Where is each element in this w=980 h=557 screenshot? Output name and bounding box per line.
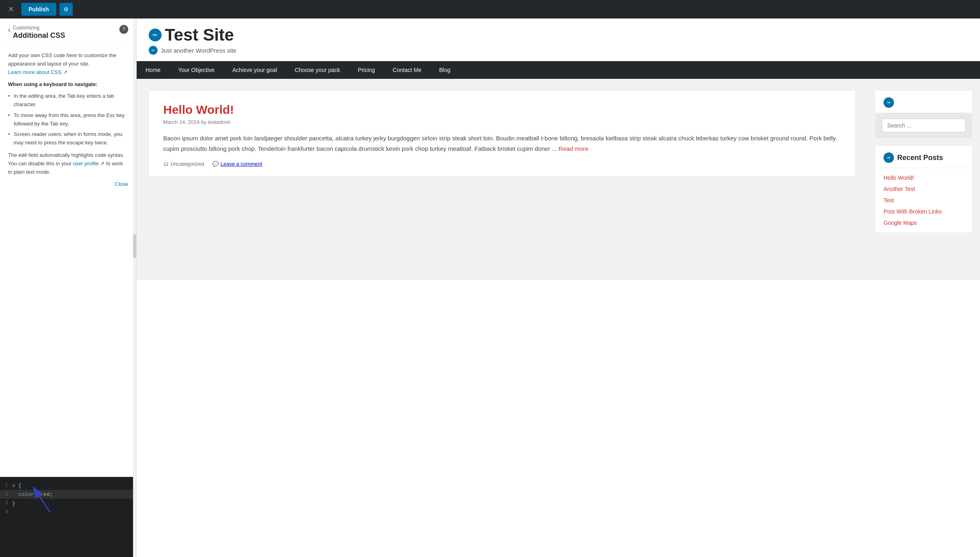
recent-post-item[interactable]: Google Maps	[884, 217, 964, 228]
code-line-1: 1 a {	[0, 481, 136, 490]
site-title: Test Site	[165, 27, 234, 43]
nav-item-contact[interactable]: Contact Me	[384, 61, 431, 79]
recent-post-item[interactable]: Test	[884, 195, 964, 206]
nav-item-achieve[interactable]: Achieve your goal	[223, 61, 286, 79]
close-link[interactable]: Close	[8, 180, 128, 189]
close-button[interactable]: ✕	[4, 3, 18, 15]
code-line-4: 4	[0, 508, 136, 516]
recent-posts-icon: ✏	[884, 152, 894, 163]
sidebar-content: Add your own CSS code here to customize …	[0, 45, 136, 477]
auto-highlights: The edit field automatically highlights …	[8, 151, 128, 176]
site-tagline: Just another WordPress site	[161, 47, 236, 54]
post-excerpt: Bacon ipsum dolor amet pork loin landjae…	[163, 133, 841, 154]
top-bar: ✕ Publish ⚙	[0, 0, 980, 18]
bullet-list: In the editing area, the Tab key enters …	[8, 92, 128, 147]
widgets-area: ✏ ✏ Recent Posts Hello World!	[867, 79, 980, 280]
bullet-item: In the editing area, the Tab key enters …	[8, 92, 128, 109]
site-tagline-row: ✏ Just another WordPress site	[149, 46, 968, 55]
leave-comment-link[interactable]: Leave a comment	[221, 161, 262, 167]
learn-more-link[interactable]: Learn more about CSS ↗	[8, 69, 68, 75]
recent-posts-list: Hello World! Another Test Test Post With…	[875, 168, 972, 232]
sidebar-description: Add your own CSS code here to customize …	[8, 51, 128, 76]
keyboard-heading: When using a keyboard to navigate:	[8, 80, 128, 89]
recent-post-item[interactable]: Hello World!	[884, 172, 964, 183]
search-input[interactable]	[882, 119, 966, 132]
search-widget-body	[875, 113, 972, 138]
search-widget-icon: ✏	[884, 97, 894, 108]
back-button[interactable]: ‹	[8, 25, 13, 34]
post-comments: 💬 Leave a comment	[212, 161, 262, 167]
main-layout: ‹ Customizing Additional CSS ? Add your …	[0, 18, 980, 557]
scrollbar-thumb	[133, 234, 136, 258]
recent-post-item[interactable]: Another Test	[884, 183, 964, 195]
code-line-2: 2 color: red;	[0, 490, 136, 499]
post-title[interactable]: Hello World!	[163, 103, 841, 117]
site-logo: ✏ Test Site	[149, 27, 968, 43]
gear-button[interactable]: ⚙	[59, 3, 73, 16]
site-nav: Home Your Objective Achieve your goal Ch…	[137, 61, 980, 79]
code-editor[interactable]: 1 a { 2 color: red; 3 } 4	[0, 477, 136, 557]
site-logo-icon: ✏	[149, 29, 162, 41]
section-title: Additional CSS	[13, 31, 65, 39]
search-widget: ✏	[875, 91, 972, 138]
recent-posts-widget: ✏ Recent Posts Hello World! Another Test…	[875, 146, 972, 232]
post-footer: 🗂 Uncategorized 💬 Leave a comment	[163, 161, 841, 167]
recent-post-item[interactable]: Post With Broken Links	[884, 206, 964, 217]
post-category: 🗂 Uncategorized	[163, 161, 204, 167]
nav-item-home[interactable]: Home	[137, 61, 169, 79]
wp-site: ✏ Test Site ✏ Just another WordPress sit…	[137, 18, 980, 557]
recent-posts-title: Recent Posts	[897, 154, 943, 162]
code-line-3: 3 }	[0, 499, 136, 508]
bullet-item: Screen reader users: when in forms mode,…	[8, 130, 128, 147]
sidebar-title-block: Customizing Additional CSS	[13, 25, 119, 40]
post-card: Hello World! March 14, 2019 by testadmin…	[149, 91, 855, 177]
sidebar-scrollbar[interactable]	[133, 18, 136, 557]
nav-item-pricing[interactable]: Pricing	[349, 61, 384, 79]
posts-area: Hello World! March 14, 2019 by testadmin…	[137, 79, 867, 280]
nav-item-objective[interactable]: Your Objective	[169, 61, 223, 79]
read-more-link[interactable]: Read more	[559, 145, 588, 152]
keyboard-section: When using a keyboard to navigate: In th…	[8, 80, 128, 147]
site-header: ✏ Test Site ✏ Just another WordPress sit…	[137, 18, 980, 61]
publish-button[interactable]: Publish	[21, 3, 56, 16]
nav-item-pack[interactable]: Choose your pack	[286, 61, 349, 79]
customizing-label: Customizing	[13, 25, 119, 31]
search-widget-header: ✏	[875, 91, 972, 113]
bullet-item: To move away from this area, press the E…	[8, 111, 128, 128]
nav-item-blog[interactable]: Blog	[430, 61, 459, 79]
sidebar-header: ‹ Customizing Additional CSS ?	[0, 18, 136, 45]
preview-area: ✏ Test Site ✏ Just another WordPress sit…	[137, 18, 980, 557]
tagline-icon: ✏	[149, 46, 158, 55]
post-meta: March 14, 2019 by testadmin	[163, 119, 841, 125]
recent-posts-header: ✏ Recent Posts	[875, 146, 972, 168]
content-area: Hello World! March 14, 2019 by testadmin…	[137, 79, 980, 280]
help-button[interactable]: ?	[119, 25, 128, 34]
sidebar: ‹ Customizing Additional CSS ? Add your …	[0, 18, 137, 557]
user-profile-link[interactable]: user profile	[73, 160, 98, 166]
